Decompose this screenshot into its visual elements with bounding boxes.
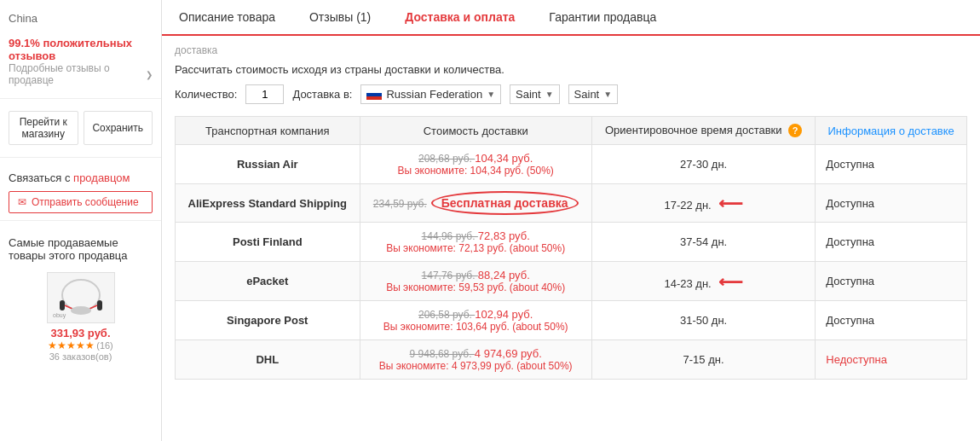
price-original: 206,58 руб. 102,94 руб. [371, 308, 581, 321]
company-name: ePacket [176, 262, 360, 301]
rating-value: 99.1% положительных отзывов [9, 37, 153, 62]
price-original: 144,96 руб. 72,83 руб. [371, 229, 581, 242]
price-save: Вы экономите: 59,53 руб. (about 40%) [371, 281, 581, 293]
popular-label: Самые продаваемые товары этого продавца [0, 228, 161, 265]
tab-reviews[interactable]: Отзывы (1) [292, 0, 388, 34]
table-row: AliExpress Standard Shipping234,59 руб.Б… [176, 184, 967, 223]
tab-shipping[interactable]: Доставка и оплата [388, 0, 532, 36]
price-cell: 147,76 руб. 88,24 руб.Вы экономите: 59,5… [360, 262, 591, 301]
help-icon[interactable]: ? [788, 124, 802, 137]
company-name: Posti Finland [176, 223, 360, 262]
shipping-table: Транспортная компания Стоимость доставки… [175, 116, 967, 380]
table-row: ePacket147,76 руб. 88,24 руб.Вы экономит… [176, 262, 967, 301]
svg-rect-7 [366, 90, 382, 93]
country-select[interactable]: Russian Federation ▼ [360, 84, 501, 104]
city1-select[interactable]: Saint ▼ [510, 84, 560, 104]
time-cell: 14-23 дн. ⟵ [591, 262, 816, 301]
dest-label: Доставка в: [292, 88, 352, 101]
svg-text:obuy: obuy [53, 312, 66, 319]
company-name: Russian Air [176, 145, 360, 184]
time-cell: 27-30 дн. [591, 145, 816, 184]
product-stars: ★★★★★ (16) [48, 339, 113, 351]
original-price: 234,59 руб. [373, 198, 427, 210]
svg-rect-9 [366, 96, 382, 100]
time-cell: 31-50 дн. [591, 301, 816, 340]
chevron-down-icon: ❯ [146, 70, 153, 79]
availability-cell: Доступна [816, 145, 967, 184]
availability-cell: Доступна [816, 301, 967, 340]
contact-brand: продавцом [73, 171, 130, 184]
availability-cell: Доступна [816, 184, 967, 223]
svg-point-5 [71, 306, 91, 315]
city2-value: Saint [574, 88, 600, 101]
price-cell: 9 948,68 руб. 4 974,69 руб.Вы экономите:… [360, 340, 591, 380]
time-cell: 37-54 дн. [591, 223, 816, 262]
table-row: Singapore Post206,58 руб. 102,94 руб.Вы … [176, 301, 967, 340]
price-cell: 208,68 руб. 104,34 руб.Вы экономите: 104… [360, 145, 591, 184]
availability-cell: Доступна [816, 223, 967, 262]
arrow-indicator-icon: ⟵ [718, 193, 743, 213]
price-cell: 144,96 руб. 72,83 руб.Вы экономите: 72,1… [360, 223, 591, 262]
price-cell: 206,58 руб. 102,94 руб.Вы экономите: 103… [360, 301, 591, 340]
shipping-controls: Количество: Доставка в: Russian Federati… [175, 84, 967, 104]
save-button[interactable]: Сохранить [84, 111, 153, 145]
price-save: Вы экономите: 4 973,99 руб. (about 50%) [371, 360, 581, 372]
seller-country: China [0, 9, 161, 32]
qty-label: Количество: [175, 88, 237, 101]
col-header-cost: Стоимость доставки [360, 117, 591, 145]
availability-cell: Доступна [816, 262, 967, 301]
product-orders: 36 заказов(ов) [49, 351, 112, 362]
product-reviews: (16) [96, 340, 113, 351]
arrow-indicator-icon: ⟵ [718, 271, 743, 292]
product-image: obuy [47, 272, 115, 323]
price-save: Вы экономите: 104,34 руб. (50%) [371, 165, 581, 177]
contact-label: Связаться с продавцом [0, 165, 161, 188]
russia-flag-icon [366, 90, 382, 100]
time-cell: 17-22 дн. ⟵ [591, 184, 816, 223]
quantity-input[interactable] [245, 84, 284, 104]
tab-bar: Описание товара Отзывы (1) Доставка и оп… [162, 0, 980, 36]
price-original: 9 948,68 руб. 4 974,69 руб. [371, 347, 581, 360]
company-name: DHL [176, 340, 360, 380]
availability-cell: Недоступна [816, 340, 967, 380]
city1-value: Saint [516, 88, 541, 101]
calc-text: Рассчитать стоимость исходя из страны до… [175, 63, 967, 76]
company-name: Singapore Post [176, 301, 360, 340]
envelope-icon: ✉ [18, 196, 26, 208]
rating-sub-text: Подробные отзывы о продавце [9, 62, 142, 86]
chevron-down-icon: ▼ [487, 90, 495, 99]
col-header-company: Транспортная компания [176, 117, 360, 145]
message-btn-label: Отправить сообщение [32, 196, 139, 208]
chevron-down-icon: ▼ [545, 90, 554, 99]
table-row: Russian Air208,68 руб. 104,34 руб.Вы эко… [176, 145, 967, 184]
product-price: 331,93 руб. [50, 327, 110, 339]
svg-point-0 [62, 280, 100, 310]
featured-product: obuy 331,93 руб. ★★★★★ (16) 36 заказов(о… [0, 265, 161, 368]
goto-store-button[interactable]: Перейти к магазину [9, 111, 78, 145]
time-cell: 7-15 дн. [591, 340, 816, 380]
tab-description[interactable]: Описание товара [162, 0, 292, 34]
free-shipping-badge: Бесплатная доставка [431, 191, 579, 215]
svg-rect-8 [366, 93, 382, 96]
price-save: Вы экономите: 72,13 руб. (about 50%) [371, 242, 581, 254]
price-original: 208,68 руб. 104,34 руб. [371, 152, 581, 165]
price-cell: 234,59 руб.Бесплатная доставка [360, 184, 591, 223]
chevron-down-icon: ▼ [603, 90, 612, 99]
col-header-info: Информация о доставке [816, 117, 967, 145]
svg-rect-2 [97, 300, 102, 310]
company-name: AliExpress Standard Shipping [176, 184, 360, 223]
price-save: Вы экономите: 103,64 руб. (about 50%) [371, 321, 581, 333]
tab-guarantee[interactable]: Гарантии продавца [532, 0, 673, 34]
send-message-button[interactable]: ✉ Отправить сообщение [9, 191, 153, 213]
price-original: 147,76 руб. 88,24 руб. [371, 269, 581, 281]
table-row: DHL9 948,68 руб. 4 974,69 руб.Вы экономи… [176, 340, 967, 380]
col-header-time: Ориентировочное время доставки ? [591, 117, 816, 145]
city2-select[interactable]: Saint ▼ [568, 84, 619, 104]
svg-rect-1 [60, 300, 65, 310]
table-row: Posti Finland144,96 руб. 72,83 руб.Вы эк… [176, 223, 967, 262]
country-name: Russian Federation [386, 88, 482, 101]
breadcrumb: доставка [175, 44, 967, 56]
